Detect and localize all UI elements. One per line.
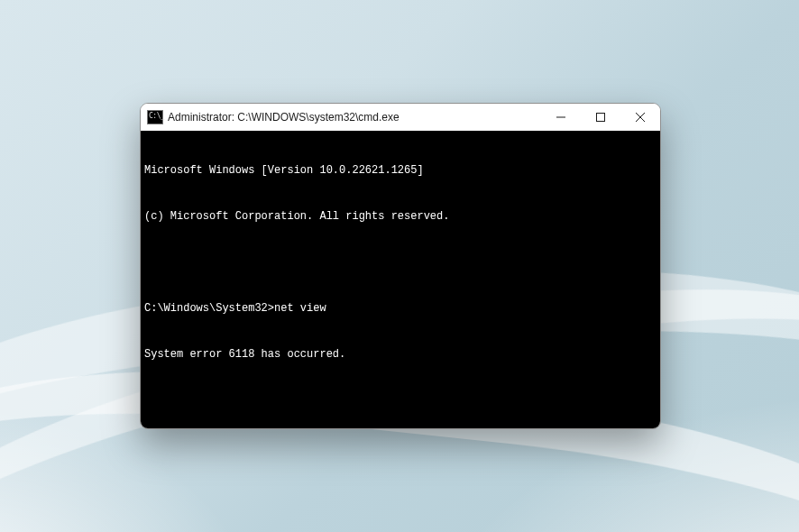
window-title: Administrator: C:\WINDOWS\system32\cmd.e…: [168, 111, 400, 124]
console-line: Microsoft Windows [Version 10.0.22621.12…: [144, 163, 656, 179]
maximize-icon: [596, 113, 605, 122]
console-line: [144, 255, 656, 271]
console-prompt: C:\Windows\System32>net view: [144, 301, 656, 316]
console-line: [144, 393, 656, 408]
close-icon: [636, 113, 645, 122]
console-line: (c) Microsoft Corporation. All rights re…: [144, 209, 656, 225]
desktop-background: Administrator: C:\WINDOWS\system32\cmd.e…: [0, 0, 799, 532]
maximize-button[interactable]: [581, 104, 620, 131]
console-area[interactable]: Microsoft Windows [Version 10.0.22621.12…: [141, 131, 660, 428]
svg-rect-1: [597, 114, 605, 122]
minimize-button[interactable]: [541, 104, 581, 131]
cmd-icon: [148, 111, 162, 124]
console-line: System error 6118 has occurred.: [144, 347, 656, 362]
close-button[interactable]: [620, 104, 660, 131]
titlebar[interactable]: Administrator: C:\WINDOWS\system32\cmd.e…: [141, 104, 660, 131]
minimize-icon: [556, 113, 565, 122]
cmd-window: Administrator: C:\WINDOWS\system32\cmd.e…: [140, 103, 661, 429]
